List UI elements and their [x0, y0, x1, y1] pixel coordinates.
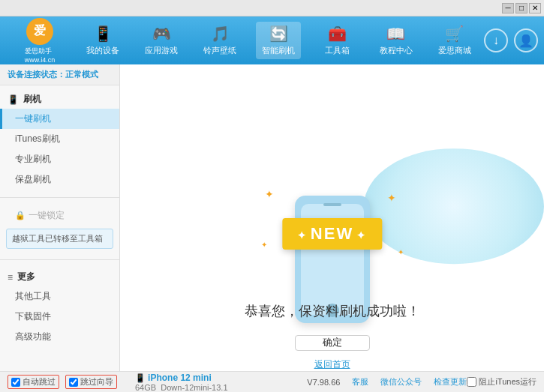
logo: 爱 爱思助手 www.i4.cn [6, 18, 74, 64]
nav-shop[interactable]: 🛒 爱思商城 [432, 22, 477, 59]
more-section-icon: ≡ [8, 272, 13, 283]
phone-speaker [323, 203, 341, 206]
skip-wizard-label: 跳过向导 [80, 376, 113, 388]
nav-right: ↓ 👤 [484, 28, 538, 52]
nav-shop-label: 爱思商城 [438, 45, 471, 56]
skip-wizard-checkbox[interactable]: 跳过向导 [65, 375, 117, 389]
divider-1 [0, 197, 119, 198]
logo-subtitle: 爱思助手 www.i4.cn [25, 46, 56, 64]
sidebar: 设备连接状态：正常模式 📱 刷机 一键刷机 iTunes刷机 专业刷机 保盘刷机… [0, 64, 120, 371]
status-bar: 设备连接状态：正常模式 [0, 64, 119, 85]
sparkle-4: ✦ [398, 248, 404, 256]
sidebar-section-more: ≡ 更多 其他工具 下载固件 高级功能 [0, 263, 119, 352]
sidebar-item-download-firmware[interactable]: 下载固件 [0, 307, 119, 327]
divider-2 [0, 259, 119, 260]
bottom-left: 自动跳过 跳过向导 [8, 375, 128, 389]
nav-tutorial-label: 教程中心 [380, 45, 413, 56]
close-button[interactable]: ✕ [529, 3, 541, 13]
service-link[interactable]: 客服 [352, 376, 368, 388]
sparkle-1: ✦ [265, 188, 274, 200]
download-button[interactable]: ↓ [484, 28, 508, 52]
bottom-bar: 自动跳过 跳过向导 📱 iPhone 12 mini 64GB Down-12m… [0, 371, 544, 392]
section-more-title: ≡ 更多 [0, 268, 119, 286]
sidebar-item-advanced[interactable]: 高级功能 [0, 327, 119, 347]
confirm-button[interactable]: 确定 [295, 335, 370, 351]
wallpaper-icon: 🎵 [211, 25, 230, 43]
section-lock-title: 🔒 一键锁定 [0, 205, 119, 226]
nav-wallpaper-label: 铃声壁纸 [203, 45, 236, 56]
device-icon: 📱 [135, 373, 146, 382]
nav-smart-flash[interactable]: 🔄 智能刷机 [256, 22, 301, 59]
sidebar-item-other-tools[interactable]: 其他工具 [0, 286, 119, 307]
notice-box: 越狱工具已转移至工具箱 [6, 229, 113, 249]
sidebar-item-pro-flash[interactable]: 专业刷机 [0, 149, 119, 169]
sidebar-section-lock: 🔒 一键锁定 越狱工具已转移至工具箱 [0, 201, 119, 256]
my-device-icon: 📱 [94, 25, 113, 43]
nav-toolbox[interactable]: 🧰 工具箱 [315, 22, 360, 59]
update-link[interactable]: 检查更新 [434, 376, 467, 388]
success-illustration: ✦ ✦ ✦ ✦ NEW [257, 181, 407, 287]
stop-itunes-label: 阻止iTunes运行 [479, 376, 536, 388]
new-badge: NEW [282, 218, 382, 250]
title-bar: ─ □ ✕ [0, 0, 544, 16]
logo-icon: 爱 [26, 18, 53, 45]
lock-icon: 🔒 [15, 211, 26, 220]
nav-app-game[interactable]: 🎮 应用游戏 [139, 22, 184, 59]
nav-toolbox-label: 工具箱 [325, 45, 350, 56]
wechat-link[interactable]: 微信公众号 [380, 376, 422, 388]
stop-itunes-area: 阻止iTunes运行 [467, 376, 536, 388]
nav-my-device[interactable]: 📱 我的设备 [80, 22, 125, 59]
auto-skip-input[interactable] [11, 378, 20, 387]
version-text: V7.98.66 [307, 378, 340, 387]
nav-items: 📱 我的设备 🎮 应用游戏 🎵 铃声壁纸 🔄 智能刷机 🧰 工具箱 📖 教程中心… [74, 22, 484, 59]
stop-itunes-checkbox[interactable] [467, 377, 476, 387]
nav-my-device-label: 我的设备 [86, 45, 119, 56]
success-message: 恭喜您，保资料刷机成功啦！ [245, 302, 420, 320]
shop-icon: 🛒 [445, 25, 464, 43]
section-flash-title: 📱 刷机 [0, 90, 119, 109]
auto-skip-label: 自动跳过 [23, 376, 56, 388]
maximize-button[interactable]: □ [515, 3, 527, 13]
tutorial-icon: 📖 [386, 25, 405, 43]
skip-wizard-input[interactable] [69, 378, 78, 387]
sidebar-item-itunes-flash[interactable]: iTunes刷机 [0, 129, 119, 149]
nav-app-game-label: 应用游戏 [145, 45, 178, 56]
sidebar-item-one-key-flash[interactable]: 一键刷机 [0, 109, 119, 129]
sidebar-section-flash: 📱 刷机 一键刷机 iTunes刷机 专业刷机 保盘刷机 [0, 85, 119, 194]
flash-section-icon: 📱 [8, 94, 19, 105]
top-nav: 爱 爱思助手 www.i4.cn 📱 我的设备 🎮 应用游戏 🎵 铃声壁纸 🔄 … [0, 16, 544, 64]
content-area: ✦ ✦ ✦ ✦ NEW 恭喜您，保资料刷机成功啦！ 确定 返回首页 [120, 64, 544, 371]
device-info: 📱 iPhone 12 mini 64GB Down-12mini-13.1 [128, 373, 307, 392]
device-name: iPhone 12 mini [148, 373, 212, 383]
sparkle-3: ✦ [261, 241, 267, 249]
nav-smart-flash-label: 智能刷机 [262, 45, 295, 56]
device-model: Down-12mini-13.1 [161, 383, 227, 392]
device-storage: 64GB [135, 383, 156, 392]
sidebar-item-save-flash[interactable]: 保盘刷机 [0, 169, 119, 190]
status-label: 设备连接状态： [8, 70, 65, 79]
minimize-button[interactable]: ─ [502, 3, 514, 13]
status-value: 正常模式 [65, 70, 98, 79]
main-area: 设备连接状态：正常模式 📱 刷机 一键刷机 iTunes刷机 专业刷机 保盘刷机… [0, 64, 544, 371]
toolbox-icon: 🧰 [328, 25, 347, 43]
smart-flash-icon: 🔄 [269, 25, 288, 43]
back-link[interactable]: 返回首页 [314, 358, 350, 371]
sparkle-2: ✦ [387, 192, 396, 204]
nav-tutorial[interactable]: 📖 教程中心 [374, 22, 419, 59]
auto-skip-checkbox[interactable]: 自动跳过 [8, 375, 59, 389]
app-game-icon: 🎮 [152, 25, 171, 43]
user-button[interactable]: 👤 [514, 28, 538, 52]
bottom-right: V7.98.66 客服 微信公众号 检查更新 [307, 376, 467, 388]
nav-wallpaper[interactable]: 🎵 铃声壁纸 [197, 22, 242, 59]
